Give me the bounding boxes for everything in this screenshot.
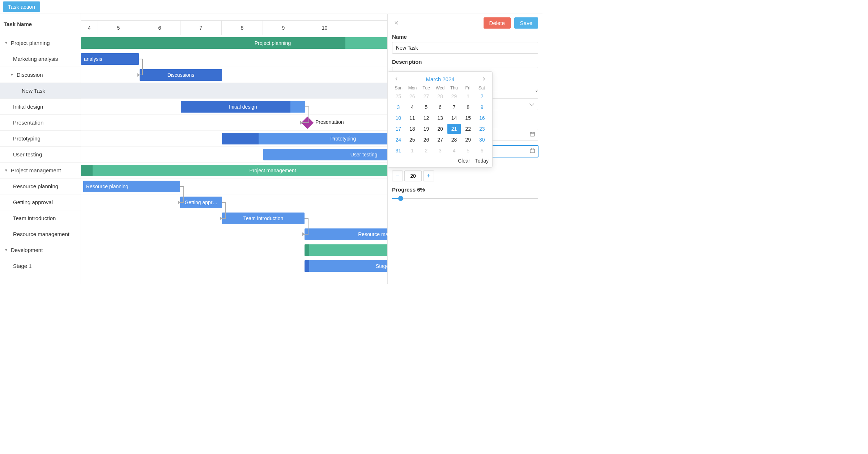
duration-increment-button[interactable]: + xyxy=(423,171,434,181)
calendar-day[interactable]: 13 xyxy=(434,113,447,123)
calendar-dow: Tue xyxy=(420,85,433,91)
calendar-day[interactable]: 1 xyxy=(406,146,419,156)
calendar-day[interactable]: 26 xyxy=(406,91,419,101)
calendar-day[interactable]: 14 xyxy=(447,113,461,123)
calendar-title[interactable]: March 2024 xyxy=(426,76,454,82)
duration-decrement-button[interactable]: − xyxy=(392,171,403,181)
calendar-day[interactable]: 29 xyxy=(447,91,461,101)
calendar-day[interactable]: 28 xyxy=(434,91,447,101)
calendar-day[interactable]: 12 xyxy=(420,113,433,123)
calendar-day[interactable]: 17 xyxy=(392,124,405,134)
calendar-day[interactable]: 16 xyxy=(475,113,489,123)
calendar-day[interactable]: 10 xyxy=(392,113,405,123)
calendar-day[interactable]: 6 xyxy=(434,102,447,112)
duration-input[interactable] xyxy=(404,171,422,181)
calendar-popup: March 2024 SunMonTueWedThuFriSat 2526272… xyxy=(388,71,493,168)
task-row[interactable]: Getting approval xyxy=(0,194,81,210)
delete-button[interactable]: Delete xyxy=(484,17,511,29)
task-editor-panel: × Delete Save Name Description Duration … xyxy=(387,14,542,284)
task-row[interactable]: Team introduction xyxy=(0,210,81,226)
calendar-day[interactable]: 4 xyxy=(447,146,461,156)
calendar-day[interactable]: 21 xyxy=(447,124,461,134)
task-bar[interactable]: Team introduction xyxy=(222,213,305,224)
task-row[interactable]: Marketing analysis xyxy=(0,51,81,67)
calendar-day[interactable]: 5 xyxy=(461,146,475,156)
calendar-next-button[interactable] xyxy=(479,75,489,83)
calendar-day[interactable]: 27 xyxy=(434,135,447,145)
calendar-clear-button[interactable]: Clear xyxy=(458,158,470,164)
task-row[interactable]: Stage 1 xyxy=(0,258,81,274)
link-arrow-icon xyxy=(300,121,303,125)
task-row[interactable]: Prototyping xyxy=(0,131,81,147)
calendar-day[interactable]: 30 xyxy=(475,135,489,145)
calendar-day[interactable]: 9 xyxy=(475,102,489,112)
calendar-day[interactable]: 23 xyxy=(475,124,489,134)
calendar-day[interactable]: 3 xyxy=(434,146,447,156)
calendar-day[interactable]: 22 xyxy=(461,124,475,134)
task-name-cell: Presentation xyxy=(13,119,43,126)
task-name-cell: Prototyping xyxy=(13,135,41,142)
task-bar[interactable]: Initial design xyxy=(181,101,305,113)
calendar-day[interactable]: 2 xyxy=(475,91,489,101)
calendar-day[interactable]: 7 xyxy=(447,102,461,112)
calendar-day[interactable]: 15 xyxy=(461,113,475,123)
calendar-day[interactable]: 1 xyxy=(461,91,475,101)
task-row[interactable]: ▼Discussion xyxy=(0,67,81,83)
calendar-day[interactable]: 3 xyxy=(392,102,405,112)
calendar-day[interactable]: 26 xyxy=(420,135,433,145)
task-name-cell: Project management xyxy=(11,167,61,173)
calendar-prev-button[interactable] xyxy=(392,75,401,83)
task-action-button[interactable]: Task action xyxy=(3,1,40,12)
task-bar[interactable]: Resource planning xyxy=(83,181,180,192)
task-name-cell: Resource management xyxy=(13,231,69,237)
calendar-day[interactable]: 25 xyxy=(406,135,419,145)
calendar-day[interactable]: 4 xyxy=(406,102,419,112)
calendar-dow: Sun xyxy=(392,85,405,91)
calendar-dow: Thu xyxy=(447,85,461,91)
task-row[interactable]: ▼Project planning xyxy=(0,35,81,51)
expand-toggle-icon[interactable]: ▼ xyxy=(4,168,9,172)
close-icon[interactable]: × xyxy=(392,18,401,28)
task-row[interactable]: Resource planning xyxy=(0,178,81,194)
link-arrow-icon xyxy=(137,73,140,77)
calendar-day[interactable]: 18 xyxy=(406,124,419,134)
task-row[interactable]: Presentation xyxy=(0,115,81,131)
task-row[interactable]: User testing xyxy=(0,147,81,163)
calendar-day[interactable]: 25 xyxy=(392,91,405,101)
task-row[interactable]: Resource management xyxy=(0,226,81,242)
calendar-day[interactable]: 19 xyxy=(420,124,433,134)
calendar-dow: Mon xyxy=(405,85,419,91)
task-bar[interactable]: Discussions xyxy=(140,69,222,81)
bar-label: User testing xyxy=(348,152,380,157)
task-row[interactable]: ▼Development xyxy=(0,242,81,258)
calendar-day[interactable]: 8 xyxy=(461,102,475,112)
calendar-day[interactable]: 20 xyxy=(434,124,447,134)
name-input[interactable] xyxy=(392,42,538,54)
task-name-cell: User testing xyxy=(13,151,42,157)
task-row[interactable]: Initial design xyxy=(0,99,81,115)
task-grid: Task Name ▼Project planningMarketing ana… xyxy=(0,13,81,284)
calendar-day[interactable]: 11 xyxy=(406,113,419,123)
calendar-day[interactable]: 6 xyxy=(475,146,489,156)
calendar-dow: Fri xyxy=(461,85,475,91)
timeline-day: 4 xyxy=(81,21,98,35)
task-row[interactable]: ▼Project management xyxy=(0,163,81,178)
calendar-day[interactable]: 31 xyxy=(392,146,405,156)
calendar-today-button[interactable]: Today xyxy=(475,158,489,164)
calendar-day[interactable]: 28 xyxy=(447,135,461,145)
task-name-cell: Discussion xyxy=(17,72,43,78)
save-button[interactable]: Save xyxy=(514,17,538,29)
calendar-day[interactable]: 2 xyxy=(420,146,433,156)
task-row[interactable]: New Task xyxy=(0,83,81,99)
expand-toggle-icon[interactable]: ▼ xyxy=(4,248,9,252)
expand-toggle-icon[interactable]: ▼ xyxy=(9,73,14,77)
calendar-day[interactable]: 27 xyxy=(420,91,433,101)
expand-toggle-icon[interactable]: ▼ xyxy=(4,41,9,45)
progress-slider[interactable] xyxy=(392,195,538,202)
task-name-cell: Development xyxy=(11,247,43,253)
calendar-day[interactable]: 29 xyxy=(461,135,475,145)
calendar-day[interactable]: 5 xyxy=(420,102,433,112)
calendar-day[interactable]: 24 xyxy=(392,135,405,145)
task-bar[interactable]: analysis xyxy=(81,53,139,65)
calendar-dow: Wed xyxy=(433,85,447,91)
